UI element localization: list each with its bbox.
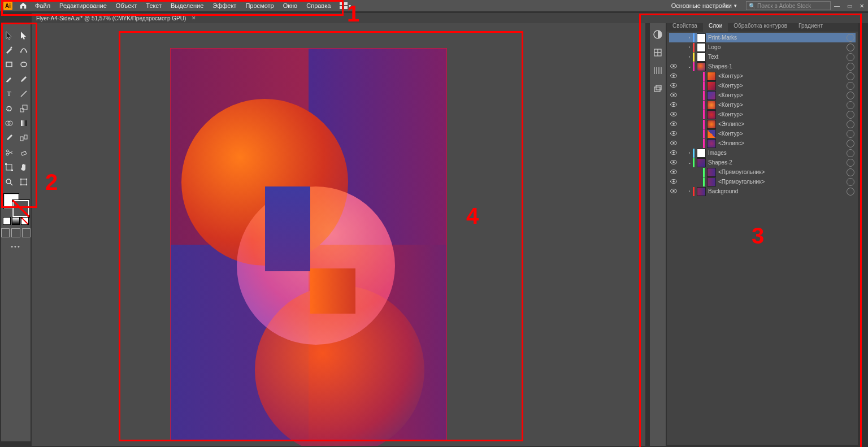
layer-row[interactable]: <Прямоугольник> <box>669 167 856 177</box>
arrange-documents-icon[interactable]: ▾ <box>340 2 351 9</box>
visibility-toggle[interactable] <box>669 102 678 108</box>
visibility-toggle[interactable] <box>669 111 678 118</box>
rectangle-tool[interactable] <box>2 57 16 71</box>
visibility-toggle[interactable] <box>669 169 678 175</box>
color-panel-icon[interactable] <box>651 28 665 41</box>
layer-row[interactable]: <Контур> <box>669 100 856 110</box>
target-icon[interactable] <box>847 92 854 99</box>
visibility-toggle[interactable] <box>669 63 678 70</box>
disclosure-icon[interactable]: ⌄ <box>686 64 693 69</box>
home-icon[interactable] <box>19 2 27 10</box>
layer-name[interactable]: Print-Marks <box>708 34 844 41</box>
target-icon[interactable] <box>847 34 854 42</box>
menu-text[interactable]: Текст <box>141 0 166 11</box>
disclosure-icon[interactable]: › <box>686 150 693 155</box>
visibility-toggle[interactable] <box>669 140 678 146</box>
rotate-tool[interactable] <box>2 101 16 115</box>
layer-name[interactable]: Background <box>708 188 844 194</box>
curvature-tool[interactable] <box>16 42 31 57</box>
layer-name[interactable]: <Контур> <box>718 131 844 137</box>
layer-name[interactable]: <Прямоугольник> <box>718 169 844 175</box>
layer-name[interactable]: <Контур> <box>718 92 844 98</box>
layer-name[interactable]: Shapes-1 <box>708 63 844 70</box>
menu-object[interactable]: Объект <box>111 0 141 11</box>
menu-help[interactable]: Справка <box>302 0 335 11</box>
pencil-tool[interactable] <box>16 72 31 86</box>
type-tool[interactable]: T <box>2 86 16 101</box>
direct-selection-tool[interactable] <box>16 28 31 42</box>
layer-row[interactable]: <Контур> <box>669 90 856 100</box>
target-icon[interactable] <box>847 140 854 147</box>
target-icon[interactable] <box>847 149 854 157</box>
shape-builder-tool[interactable] <box>2 116 16 130</box>
document-tab[interactable]: Flyer-A4-SideA.ai* @ 51,57% (CMYK/Предпр… <box>32 13 202 23</box>
zoom-tool[interactable] <box>2 175 16 189</box>
layer-row[interactable]: <Прямоугольник> <box>669 177 856 186</box>
target-icon[interactable] <box>847 53 854 61</box>
disclosure-icon[interactable]: ⌄ <box>686 160 693 165</box>
scissors-tool[interactable] <box>2 145 16 159</box>
disclosure-icon[interactable]: › <box>686 45 693 50</box>
target-icon[interactable] <box>847 178 854 186</box>
layer-row[interactable]: ⌄Shapes-2 <box>669 158 856 167</box>
visibility-toggle[interactable] <box>669 188 678 194</box>
draw-behind-button[interactable] <box>11 228 20 237</box>
layer-name[interactable]: Shapes-2 <box>708 159 844 166</box>
selection-tool[interactable] <box>2 28 16 42</box>
workspace-switcher[interactable]: Основные настройки ▾ <box>667 2 741 9</box>
visibility-toggle[interactable] <box>669 121 678 127</box>
draw-normal-button[interactable] <box>1 228 10 237</box>
artboard-tool[interactable] <box>2 160 16 174</box>
align-panel-icon[interactable] <box>651 64 665 77</box>
pen-tool[interactable] <box>2 42 16 57</box>
layer-row[interactable]: <Контур> <box>669 81 856 90</box>
visibility-toggle[interactable] <box>669 131 678 137</box>
target-icon[interactable] <box>847 72 854 80</box>
layer-name[interactable]: <Прямоугольник> <box>718 179 844 185</box>
target-icon[interactable] <box>847 168 854 176</box>
disclosure-icon[interactable]: › <box>686 35 693 40</box>
stroke-swatch[interactable] <box>12 200 29 217</box>
layer-row[interactable]: <Эллипс> <box>669 138 856 148</box>
minimize-button[interactable]: — <box>831 3 843 9</box>
blend-tool[interactable] <box>16 131 31 145</box>
draw-inside-button[interactable] <box>22 228 31 237</box>
libraries-panel-icon[interactable] <box>651 46 665 59</box>
target-icon[interactable] <box>847 120 854 128</box>
visibility-toggle[interactable] <box>669 150 678 156</box>
layer-row[interactable]: ›Background <box>669 186 856 196</box>
layer-name[interactable]: <Контур> <box>718 111 844 118</box>
disclosure-icon[interactable]: › <box>686 189 693 194</box>
layer-row[interactable]: <Контур> <box>669 71 856 81</box>
stock-search-input[interactable]: 🔍 Поиск в Adobe Stock <box>746 1 831 10</box>
gradient-tool[interactable] <box>16 116 31 130</box>
close-window-button[interactable]: ✕ <box>856 3 868 9</box>
layer-name[interactable]: Images <box>708 150 844 156</box>
visibility-toggle[interactable] <box>669 92 678 98</box>
close-tab-icon[interactable]: ✕ <box>192 15 196 21</box>
layer-name[interactable]: Text <box>708 54 844 60</box>
layer-name[interactable]: <Эллипс> <box>718 140 844 146</box>
fill-stroke-swatch[interactable] <box>2 192 29 215</box>
visibility-toggle[interactable] <box>669 73 678 79</box>
layer-row[interactable]: ›Images <box>669 148 856 158</box>
none-color-button[interactable] <box>21 217 29 225</box>
target-icon[interactable] <box>847 101 854 109</box>
target-icon[interactable] <box>847 63 854 71</box>
layer-row[interactable]: ›Logo <box>669 42 856 52</box>
layer-row[interactable]: ⌄Shapes-1 <box>669 62 856 71</box>
menu-file[interactable]: Файл <box>31 0 55 11</box>
menu-edit[interactable]: Редактирование <box>55 0 111 11</box>
visibility-toggle[interactable] <box>669 179 678 185</box>
solid-color-button[interactable] <box>3 217 11 225</box>
paintbrush-tool[interactable] <box>2 72 16 86</box>
transform-panel-icon[interactable] <box>651 82 665 96</box>
layer-name[interactable]: <Контур> <box>718 102 844 108</box>
layer-name[interactable]: <Контур> <box>718 83 844 89</box>
target-icon[interactable] <box>847 82 854 90</box>
menu-window[interactable]: Окно <box>279 0 302 11</box>
target-icon[interactable] <box>847 188 854 196</box>
visibility-toggle[interactable] <box>669 83 678 89</box>
target-icon[interactable] <box>847 130 854 138</box>
layer-row[interactable]: <Эллипс> <box>669 119 856 129</box>
